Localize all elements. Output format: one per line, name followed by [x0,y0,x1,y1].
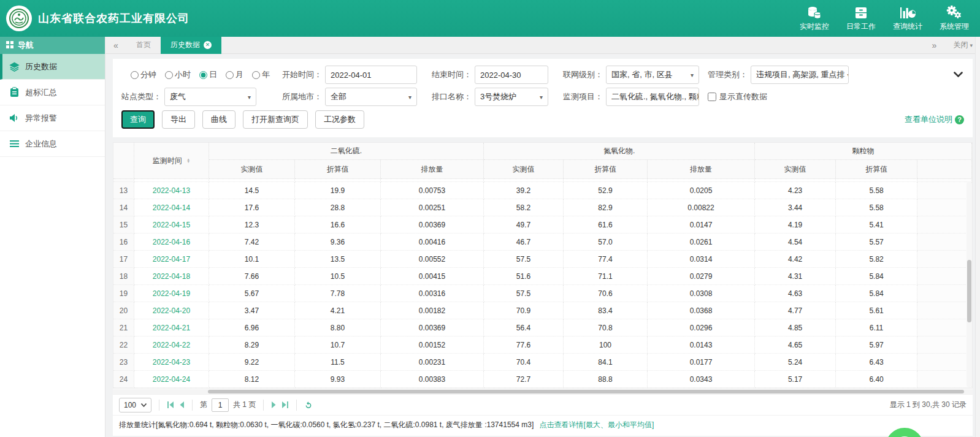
table-row: 192022-04-195.677.780.0031657.570.60.030… [113,285,972,302]
chevrons-right-icon[interactable]: » [924,40,944,50]
value-cell: 56.4 [484,319,564,336]
date-link-cell[interactable]: 2022-04-15 [134,216,209,234]
city-select[interactable]: 全部 ▾ [325,88,417,106]
manage-type-select[interactable]: 违规项目, 高架源, 重点排 ▾ [751,66,849,84]
value-cell: 6.40 [836,371,917,388]
page-size-select[interactable]: 100 [119,398,151,412]
value-cell: 5.61 [836,302,917,319]
table-row: 132022-04-1314.519.90.0075339.252.90.020… [113,182,972,199]
sidebar-item-abnormal-alarm[interactable]: 异常报警 [0,105,105,131]
open-new-query-button[interactable]: 打开新查询页 [243,110,308,129]
row-number-cell: 21 [113,319,134,336]
value-cell: 4.65 [755,336,836,354]
period-radio-month[interactable]: 月 [226,69,243,80]
view-detail-link[interactable]: 点击查看详情[最大、最小和平均值] [540,420,654,429]
horizontal-scrollbar[interactable] [113,389,973,394]
value-cell: 0.0205 [648,182,755,199]
page-scrollbar[interactable] [975,37,980,437]
next-page-icon[interactable] [271,401,277,408]
date-link-cell[interactable]: 2022-04-17 [134,251,209,268]
date-link-cell[interactable]: 2022-04-18 [134,268,209,285]
archive-icon [854,5,868,20]
date-link-cell[interactable]: 2022-04-14 [134,199,209,216]
direct-data-checkbox-input[interactable] [708,93,716,101]
curve-button[interactable]: 曲线 [202,110,235,129]
tabbar: « 首页 历史数据 ✕ » 关闭 ▾ [105,37,980,54]
row-number-cell: 16 [113,234,134,251]
close-tabs-menu[interactable]: 关闭 ▾ [953,40,973,50]
tab-home[interactable]: 首页 [126,37,161,54]
topnav-query-stats[interactable]: 查询统计 [893,5,922,32]
period-radio-year[interactable]: 年 [252,69,270,80]
station-type-select[interactable]: 废气 ▾ [164,88,256,106]
close-icon[interactable]: ✕ [204,41,212,49]
time-column-header[interactable]: 监测时间 ▲▼ [134,143,209,179]
empty-cell [917,216,972,234]
unit-description-link[interactable]: 查看单位说明 ? [905,114,964,125]
col-header-emission: 排放量 [648,160,755,179]
value-cell: 17.6 [209,199,295,216]
query-button[interactable]: 查询 [121,110,155,129]
topnav-label: 查询统计 [893,21,922,32]
condition-params-button[interactable]: 工况参数 [315,110,364,129]
row-number-cell: 19 [113,285,134,302]
collapse-chevron-icon[interactable] [954,70,963,80]
date-link-cell[interactable]: 2022-04-22 [134,336,209,354]
tab-history-data[interactable]: 历史数据 ✕ [161,37,221,54]
chevrons-left-icon[interactable]: « [105,40,126,50]
value-cell: 71.1 [564,268,648,285]
monitor-project-select[interactable]: 二氧化硫., 氮氧化物., 颗粒 ▾ [606,88,699,106]
sidebar-item-label: 历史数据 [25,61,57,72]
empty-cell [917,199,972,216]
sidebar-item-exceed-summary[interactable]: 超标汇总 [0,80,105,105]
sidebar-item-company-info[interactable]: 企业信息 [0,131,105,157]
topnav-daily-work[interactable]: 日常工作 [846,5,876,32]
value-cell: 28.8 [295,199,381,216]
date-link-cell[interactable]: 2022-04-21 [134,319,209,336]
vertical-scrollbar[interactable] [967,181,972,387]
outlet-select[interactable]: 3号焚烧炉 ▾ [475,88,548,106]
date-link-cell[interactable]: 2022-04-20 [134,302,209,319]
value-cell: 4.54 [755,234,836,251]
date-link-cell[interactable]: 2022-04-23 [134,354,209,371]
network-level-select[interactable]: 国家, 省, 市, 区县 ▾ [606,66,699,84]
end-time-input[interactable] [475,66,548,84]
start-time-input[interactable] [325,66,417,84]
network-level-field: 联网级别： 国家, 省, 市, 区县 ▾ [563,66,699,84]
value-cell: 5.97 [836,336,917,354]
first-page-icon[interactable] [167,401,175,408]
date-link-cell[interactable]: 2022-04-16 [134,234,209,251]
value-cell: 6.11 [836,319,917,336]
monitor-project-label: 监测项目： [563,91,603,102]
direct-data-checkbox[interactable]: 显示直传数据 [708,91,767,102]
topnav-system-manage[interactable]: 系统管理 [940,5,969,32]
refresh-icon[interactable] [304,401,313,409]
period-radio-day[interactable]: 日 [199,69,217,80]
value-cell: 4.85 [755,319,836,336]
caret-down-icon [141,402,147,408]
row-number-cell: 23 [113,354,134,371]
page-number-input[interactable] [212,398,229,412]
value-cell: 0.00251 [381,199,484,216]
table-body: 132022-04-1314.519.90.0075339.252.90.020… [113,179,972,388]
prev-page-icon[interactable] [179,401,185,408]
period-radio-minute[interactable]: 分钟 [131,69,156,80]
value-cell: 3.44 [755,199,836,216]
caret-down-icon: ▾ [540,94,543,101]
vertical-scrollbar-thumb[interactable] [967,260,971,322]
export-button[interactable]: 导出 [162,110,195,129]
period-radio-hour[interactable]: 小时 [165,69,191,80]
horizontal-scrollbar-thumb[interactable] [208,390,964,393]
group-header-particulate: 颗粒物 [755,143,972,160]
empty-cell [917,354,972,371]
date-link-cell[interactable]: 2022-04-19 [134,285,209,302]
date-link-cell[interactable]: 2022-04-13 [134,182,209,199]
value-cell: 0.0177 [648,354,755,371]
value-cell: 0.00152 [381,336,484,354]
date-link-cell[interactable]: 2022-04-24 [134,371,209,388]
divider [159,400,159,411]
last-page-icon[interactable] [281,401,289,408]
value-cell: 6.96 [209,319,295,336]
sidebar-item-history-data[interactable]: 历史数据 [0,54,105,80]
topnav-realtime-monitor[interactable]: 实时监控 [800,5,829,32]
